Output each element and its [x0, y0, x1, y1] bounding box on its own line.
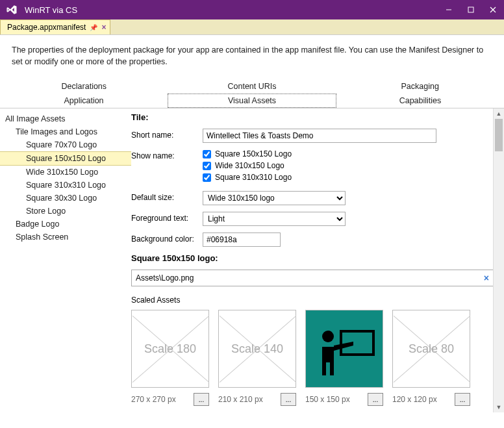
browse-button-100[interactable]: ... — [368, 393, 383, 406]
tab-content-uris[interactable]: Content URIs — [168, 79, 336, 94]
default-size-label: Default size: — [131, 191, 203, 202]
scaled-assets-row: Scale 180 270 x 270 px... Scale 140 210 … — [131, 310, 494, 406]
tab-visual-assets[interactable]: Visual Assets — [168, 94, 336, 108]
logo-heading: Square 150x150 logo: — [131, 253, 494, 263]
short-name-label: Short name: — [131, 129, 203, 140]
clear-path-icon[interactable]: × — [484, 273, 489, 283]
asset-scale-80: Scale 80 120 x 120 px... — [392, 310, 470, 406]
svg-rect-5 — [342, 333, 372, 353]
asset-thumb-140[interactable]: Scale 140 — [218, 310, 296, 388]
sidebar-item-tile-logos[interactable]: Tile Images and Logos — [0, 125, 131, 138]
asset-dim-100: 150 x 150 px — [305, 395, 350, 404]
document-tab-label: Package.appxmanifest — [7, 23, 86, 32]
browse-button-80[interactable]: ... — [455, 393, 470, 406]
tab-application[interactable]: Application — [0, 94, 168, 108]
tab-capabilities[interactable]: Capabilities — [336, 94, 504, 108]
logo-path-text: Assets\Logo.png — [136, 273, 484, 283]
showname-wide310-label: Wide 310x150 Logo — [215, 161, 284, 170]
scaled-assets-label: Scaled Assets — [131, 296, 494, 305]
browse-button-180[interactable]: ... — [194, 393, 209, 406]
asset-thumb-100[interactable] — [305, 310, 383, 388]
logo-preview-icon — [306, 310, 383, 387]
showname-sq310-checkbox[interactable] — [203, 173, 211, 182]
foreground-select[interactable]: Light — [203, 212, 346, 226]
svg-point-6 — [322, 331, 334, 342]
default-size-select[interactable]: Wide 310x150 logo — [203, 191, 346, 205]
manifest-info-text: The properties of the deployment package… — [0, 35, 504, 79]
document-tab-bar: Package.appxmanifest 📌 × — [0, 19, 504, 35]
sidebar-item-store[interactable]: Store Logo — [0, 205, 131, 218]
svg-rect-1 — [468, 7, 473, 12]
window-title: WinRT via CS — [25, 5, 438, 15]
sidebar-item-sq30[interactable]: Square 30x30 Logo — [0, 192, 131, 205]
showname-wide310-checkbox[interactable] — [203, 162, 211, 170]
scroll-up-icon[interactable]: ▲ — [494, 108, 504, 119]
showname-sq310-label: Square 310x310 Logo — [215, 173, 292, 182]
tab-declarations[interactable]: Declarations — [0, 79, 168, 94]
asset-scale-100: 150 x 150 px... — [305, 310, 383, 406]
show-name-label: Show name: — [131, 149, 203, 160]
maximize-button[interactable] — [460, 0, 482, 19]
asset-tree: All Image Assets Tile Images and Logos S… — [0, 108, 131, 412]
vertical-scrollbar[interactable]: ▲ ▼ — [493, 108, 504, 412]
asset-dim-180: 270 x 270 px — [131, 395, 176, 404]
short-name-input[interactable] — [203, 129, 436, 143]
asset-thumb-180[interactable]: Scale 180 — [131, 310, 209, 388]
sidebar-item-all[interactable]: All Image Assets — [0, 112, 131, 125]
document-tab[interactable]: Package.appxmanifest 📌 × — [0, 19, 110, 34]
logo-path-field[interactable]: Assets\Logo.png × — [131, 270, 494, 286]
showname-sq150-label: Square 150x150 Logo — [215, 149, 292, 158]
window-titlebar: WinRT via CS — [0, 0, 504, 19]
asset-scale-180: Scale 180 270 x 270 px... — [131, 310, 209, 406]
vs-logo-icon — [5, 3, 18, 16]
bgcolor-label: Background color: — [131, 233, 203, 244]
asset-scale-140: Scale 140 210 x 210 px... — [218, 310, 296, 406]
manifest-tabs: Declarations Content URIs Packaging Appl… — [0, 79, 504, 108]
scroll-thumb[interactable] — [495, 119, 503, 151]
tile-form: Tile: Short name: Show name: Square 150x… — [131, 108, 504, 412]
tile-heading: Tile: — [131, 112, 494, 122]
asset-thumb-80[interactable]: Scale 80 — [392, 310, 470, 388]
tab-close-icon[interactable]: × — [101, 23, 106, 32]
foreground-label: Foreground text: — [131, 212, 203, 223]
sidebar-item-wide310[interactable]: Wide 310x150 Logo — [0, 166, 131, 179]
asset-dim-140: 210 x 210 px — [218, 395, 263, 404]
asset-dim-80: 120 x 120 px — [392, 395, 437, 404]
scroll-down-icon[interactable]: ▼ — [494, 402, 504, 412]
bgcolor-input[interactable] — [203, 233, 281, 247]
sidebar-item-sq310[interactable]: Square 310x310 Logo — [0, 179, 131, 192]
sidebar-item-sq70[interactable]: Square 70x70 Logo — [0, 138, 131, 151]
showname-sq150-checkbox[interactable] — [203, 150, 211, 158]
close-button[interactable] — [482, 0, 504, 19]
sidebar-item-badge[interactable]: Badge Logo — [0, 218, 131, 231]
browse-button-140[interactable]: ... — [281, 393, 296, 406]
sidebar-item-sq150[interactable]: Square 150x150 Logo — [0, 151, 131, 166]
tab-packaging[interactable]: Packaging — [336, 79, 504, 94]
sidebar-item-splash[interactable]: Splash Screen — [0, 231, 131, 244]
content-area: All Image Assets Tile Images and Logos S… — [0, 108, 504, 412]
minimize-button[interactable] — [438, 0, 460, 19]
pin-icon[interactable]: 📌 — [90, 24, 97, 31]
